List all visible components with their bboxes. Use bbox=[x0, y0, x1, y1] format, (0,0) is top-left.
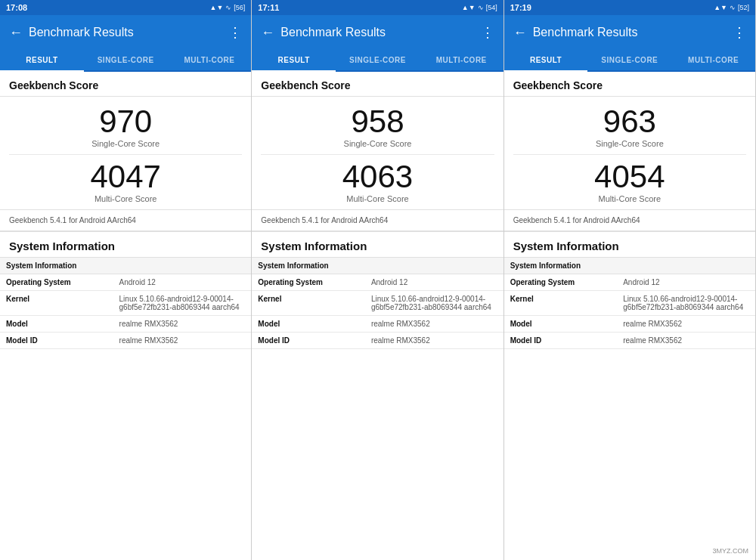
page-title: Benchmark Results bbox=[280, 26, 386, 39]
tab-result[interactable]: RESULT bbox=[252, 50, 336, 72]
phone-panel-3: 17:19 ▲▼ ∿ [52] ← Benchmark Results ⋮ RE… bbox=[504, 0, 756, 560]
table-row: Operating System Android 12 bbox=[0, 274, 251, 291]
row-value: realme RMX3562 bbox=[617, 316, 755, 333]
header: ← Benchmark Results ⋮ bbox=[504, 15, 755, 50]
more-options-button[interactable]: ⋮ bbox=[481, 24, 494, 41]
multi-core-score-label: Multi-Core Score bbox=[9, 194, 242, 203]
main-content: Geekbench Score 963 Single-Core Score 40… bbox=[504, 72, 755, 560]
single-core-score-label: Single-Core Score bbox=[261, 139, 494, 148]
sys-info-title: System Information bbox=[252, 232, 503, 257]
single-core-score-label: Single-Core Score bbox=[9, 139, 242, 148]
row-key: Kernel bbox=[504, 291, 618, 316]
tabs-bar: RESULTSINGLE-COREMULTI-CORE bbox=[0, 50, 251, 72]
phone-panel-1: 17:08 ▲▼ ∿ [56] ← Benchmark Results ⋮ RE… bbox=[0, 0, 252, 560]
geekbench-score-header: Geekbench Score bbox=[0, 72, 251, 97]
status-time: 17:19 bbox=[510, 3, 531, 12]
status-bar: 17:11 ▲▼ ∿ [54] bbox=[252, 0, 503, 15]
score-section: 958 Single-Core Score 4063 Multi-Core Sc… bbox=[252, 97, 503, 210]
multi-core-score-label: Multi-Core Score bbox=[261, 194, 494, 203]
phone-panel-2: 17:11 ▲▼ ∿ [54] ← Benchmark Results ⋮ RE… bbox=[252, 0, 503, 560]
info-table: System Information Operating System Andr… bbox=[0, 257, 251, 349]
geekbench-score-header: Geekbench Score bbox=[504, 72, 755, 97]
header-left: ← Benchmark Results bbox=[261, 25, 386, 41]
page-title: Benchmark Results bbox=[533, 26, 638, 39]
page-title: Benchmark Results bbox=[29, 26, 134, 39]
table-row: Kernel Linux 5.10.66-android12-9-00014-g… bbox=[0, 291, 251, 316]
row-key: Model ID bbox=[252, 333, 365, 349]
header: ← Benchmark Results ⋮ bbox=[0, 15, 251, 50]
row-value: realme RMX3562 bbox=[617, 333, 755, 349]
table-header: System Information bbox=[0, 258, 251, 274]
tab-singlecore[interactable]: SINGLE-CORE bbox=[587, 50, 671, 72]
score-divider bbox=[261, 154, 494, 155]
info-table: System Information Operating System Andr… bbox=[252, 257, 503, 349]
row-key: Model ID bbox=[504, 333, 618, 349]
battery-icon: [52] bbox=[738, 4, 749, 11]
row-value: realme RMX3562 bbox=[365, 316, 503, 333]
tab-multicore[interactable]: MULTI-CORE bbox=[168, 50, 252, 72]
geekbench-score-header: Geekbench Score bbox=[252, 72, 503, 97]
table-row: Model ID realme RMX3562 bbox=[0, 333, 251, 349]
back-button[interactable]: ← bbox=[9, 25, 23, 41]
status-bar: 17:19 ▲▼ ∿ [52] bbox=[504, 0, 755, 15]
row-value: Linux 5.10.66-android12-9-00014-g6bf5e72… bbox=[113, 291, 252, 316]
row-value: realme RMX3562 bbox=[113, 333, 252, 349]
table-row: Model ID realme RMX3562 bbox=[504, 333, 755, 349]
tab-singlecore[interactable]: SINGLE-CORE bbox=[336, 50, 420, 72]
single-core-score-value: 970 bbox=[9, 106, 242, 138]
tab-singlecore[interactable]: SINGLE-CORE bbox=[84, 50, 168, 72]
main-content: Geekbench Score 970 Single-Core Score 40… bbox=[0, 72, 251, 560]
row-key: Operating System bbox=[0, 274, 113, 291]
tab-multicore[interactable]: MULTI-CORE bbox=[420, 50, 503, 72]
table-header: System Information bbox=[252, 258, 503, 274]
header: ← Benchmark Results ⋮ bbox=[252, 15, 503, 50]
status-bar: 17:08 ▲▼ ∿ [56] bbox=[0, 0, 251, 15]
version-text: Geekbench 5.4.1 for Android AArch64 bbox=[252, 210, 503, 232]
multi-core-score-value: 4063 bbox=[261, 161, 494, 193]
tab-result[interactable]: RESULT bbox=[504, 50, 588, 72]
battery-icon: [56] bbox=[234, 4, 245, 11]
status-icons: ▲▼ ∿ [54] bbox=[462, 4, 497, 11]
row-value: Linux 5.10.66-android12-9-00014-g6bf5e72… bbox=[365, 291, 503, 316]
row-key: Kernel bbox=[0, 291, 113, 316]
status-time: 17:08 bbox=[6, 3, 27, 12]
main-content: Geekbench Score 958 Single-Core Score 40… bbox=[252, 72, 503, 560]
tab-result[interactable]: RESULT bbox=[0, 50, 84, 72]
sys-info-title: System Information bbox=[0, 232, 251, 257]
header-left: ← Benchmark Results bbox=[9, 25, 134, 41]
multi-core-score-value: 4047 bbox=[9, 161, 242, 193]
table-row: Model ID realme RMX3562 bbox=[252, 333, 503, 349]
table-row: Model realme RMX3562 bbox=[504, 316, 755, 333]
back-button[interactable]: ← bbox=[513, 25, 527, 41]
version-text: Geekbench 5.4.1 for Android AArch64 bbox=[504, 210, 755, 232]
table-row: Operating System Android 12 bbox=[504, 274, 755, 291]
header-left: ← Benchmark Results bbox=[513, 25, 638, 41]
row-value: Linux 5.10.66-android12-9-00014-g6bf5e72… bbox=[617, 291, 755, 316]
table-row: Kernel Linux 5.10.66-android12-9-00014-g… bbox=[252, 291, 503, 316]
network-icon: ▲▼ bbox=[714, 4, 727, 11]
table-row: Model realme RMX3562 bbox=[252, 316, 503, 333]
table-row: Model realme RMX3562 bbox=[0, 316, 251, 333]
version-text: Geekbench 5.4.1 for Android AArch64 bbox=[0, 210, 251, 232]
row-key: Operating System bbox=[252, 274, 365, 291]
table-row: Kernel Linux 5.10.66-android12-9-00014-g… bbox=[504, 291, 755, 316]
back-button[interactable]: ← bbox=[261, 25, 274, 41]
row-key: Model bbox=[504, 316, 618, 333]
network-icon: ▲▼ bbox=[462, 4, 476, 11]
single-core-score-value: 958 bbox=[261, 106, 494, 138]
table-header: System Information bbox=[504, 258, 755, 274]
more-options-button[interactable]: ⋮ bbox=[228, 24, 242, 41]
score-divider bbox=[513, 154, 746, 155]
more-options-button[interactable]: ⋮ bbox=[733, 24, 746, 41]
row-value: realme RMX3562 bbox=[113, 316, 252, 333]
row-key: Kernel bbox=[252, 291, 365, 316]
row-key: Model ID bbox=[0, 333, 113, 349]
tab-multicore[interactable]: MULTI-CORE bbox=[671, 50, 755, 72]
sys-info-title: System Information bbox=[504, 232, 755, 257]
table-row: Operating System Android 12 bbox=[252, 274, 503, 291]
single-core-score-value: 963 bbox=[513, 106, 746, 138]
score-divider bbox=[9, 154, 242, 155]
wifi-icon: ∿ bbox=[225, 4, 231, 11]
multi-core-score-label: Multi-Core Score bbox=[513, 194, 746, 203]
tabs-bar: RESULTSINGLE-COREMULTI-CORE bbox=[252, 50, 503, 72]
